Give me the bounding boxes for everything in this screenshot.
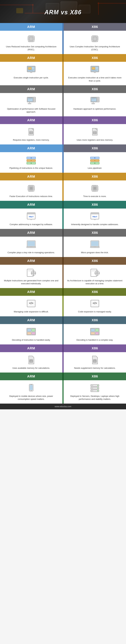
arm-content-10: </> Managing code expansion is difficult… [0,296,62,316]
section-7-header-bar: ARM X86 [0,201,126,208]
arm-icon-11 [25,327,37,337]
svg-rect-145 [91,241,99,246]
header-divider-6 [62,173,64,180]
x86-label-3: X86 [64,85,126,93]
x86-content-11: Decoding is handled in a complex way. [64,324,126,344]
header-divider-4 [62,116,64,124]
section-9-content: Multiple Instructions are generated from… [0,265,126,288]
x86-label-7: X86 [64,201,126,208]
arm-text-1: Uses Reduced Instruction Set computing A… [3,45,59,51]
header-divider-11 [62,316,64,324]
x86-label-13: X86 [64,372,126,380]
svg-rect-13 [29,37,33,41]
arm-text-2: Executes single instruction per cycle. [14,76,49,79]
arm-label-4: ARM [0,116,62,124]
svg-point-163 [96,272,98,274]
arm-content-5: Pipelining of instructions is the unique… [0,152,62,172]
svg-rect-46 [30,72,32,73]
svg-text:</>: </> [29,302,33,305]
x86-label-4: X86 [64,116,126,124]
x86-icon-7: http:// [89,212,101,221]
arm-text-5: Pipelining of instructions is the unique… [9,167,53,170]
svg-rect-81 [93,131,97,134]
arm-content-8: Compiler plays a key role in managing op… [0,237,62,257]
svg-rect-156 [31,273,32,274]
header-divider-8 [62,229,64,237]
arm-icon-7: http:// [25,212,37,221]
arm-content-12: Uses available memory for calculations. [0,352,62,372]
footer-url: www.educba.com [55,405,71,408]
x86-icon-6 [89,184,101,193]
arm-text-4: Requires less registers, more memory. [13,138,49,142]
svg-rect-57 [34,98,35,102]
arm-label-12: ARM [0,344,62,352]
arm-text-10: Managing code expansion is difficult. [14,310,49,313]
x86-label-11: X86 [64,316,126,324]
svg-text:</>: </> [93,302,97,305]
svg-rect-100 [30,187,32,190]
svg-rect-129 [27,213,35,214]
content-divider-8 [62,237,64,257]
x86-text-8: Micro program does the trick. [81,251,109,254]
arm-text-6: Faster Execution of Instructions reduces… [9,195,53,198]
header-divider-13 [62,372,64,380]
x86-text-10: Code expansion is managed easily. [78,310,112,313]
section-12-content: Uses available memory for calculations. … [0,352,126,372]
svg-point-207 [97,388,98,389]
header-divider-5 [62,144,64,152]
header-divider-2 [62,54,64,62]
arm-label-10: ARM [0,288,62,296]
x86-text-4: Uses more registers and less memory. [77,138,113,142]
x86-icon-10: </> [89,299,101,308]
svg-point-96 [94,160,95,161]
svg-rect-179 [27,332,31,334]
section-11-header-bar: ARM X86 [0,316,126,324]
arm-content-6: Faster Execution of Instructions reduces… [0,180,62,201]
arm-label-13: ARM [0,372,62,380]
section-3-content: Optimization of performance with Softwar… [0,93,126,116]
svg-point-89 [31,158,32,158]
arm-icon-2 [25,65,37,74]
svg-rect-66 [97,98,99,102]
x86-content-4: Uses more registers and less memory. [64,124,126,144]
section-5-header-bar: ARM X86 [0,144,126,152]
header-divider-1 [62,23,64,31]
svg-rect-183 [95,329,99,332]
section-6-content: Faster Execution of Instructions reduces… [0,180,126,201]
section-1-content: Uses Reduced Instruction Set computing A… [0,31,126,54]
arm-icon-6 [25,184,37,193]
x86-content-7: http:// Inherently designed to handle co… [64,208,126,229]
svg-rect-155 [33,274,34,276]
svg-rect-64 [91,98,97,102]
page-title: ARM vs X86 [44,9,82,16]
section-1-header-bar: ARM X86 [0,23,126,31]
arm-content-11: Decoding of instruction is handled easil… [0,324,62,344]
arm-icon-13 [25,383,37,393]
svg-rect-164 [97,271,98,272]
x86-text-3: Hardware approach to optimize performanc… [74,108,116,110]
section-6-header-bar: ARM X86 [0,173,126,180]
content-divider-13 [62,380,64,404]
x86-icon-4 [89,127,101,137]
section-10-content: </> Managing code expansion is difficult… [0,296,126,316]
arm-text-7: Complex addressing is managed by softwar… [9,223,53,226]
svg-text:http://: http:// [29,216,33,218]
content-divider-2 [62,62,64,85]
svg-rect-180 [32,332,35,334]
arm-icon-4 [25,127,37,137]
svg-rect-68 [92,103,95,104]
svg-rect-201 [30,385,33,390]
x86-icon-2 [89,65,101,74]
svg-rect-49 [92,67,95,70]
x86-text-6: Time to execute is more. [83,195,107,198]
content-divider-9 [62,265,64,288]
svg-rect-157 [35,273,36,274]
x86-content-6: Time to execute is more. [64,180,126,201]
arm-label-6: ARM [0,173,62,180]
arm-label-8: ARM [0,229,62,237]
section-8-content: Compiler plays a key role in managing op… [0,237,126,257]
svg-point-7 [98,2,99,4]
header-divider-3 [62,85,64,93]
section-2-content: Executes single instruction per cycle. E… [0,62,126,85]
arm-icon-9 [25,268,37,278]
